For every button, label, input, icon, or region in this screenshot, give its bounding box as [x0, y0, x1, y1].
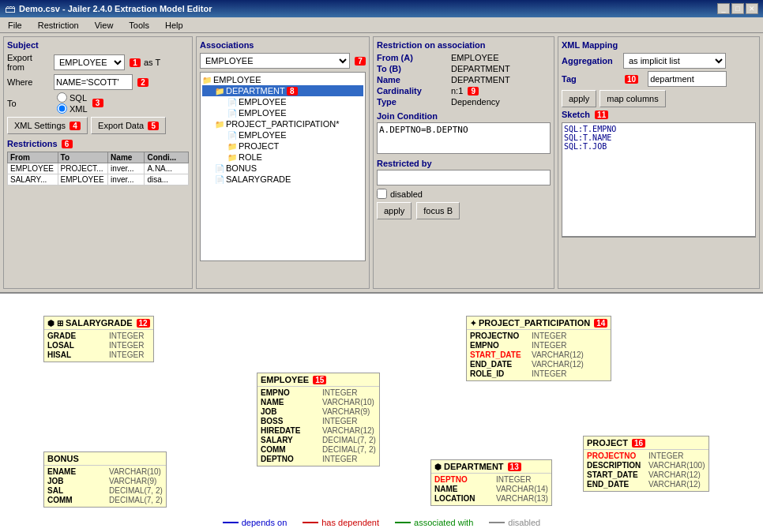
menu-file[interactable]: File [3, 19, 27, 32]
minimize-button[interactable]: _ [717, 3, 730, 14]
tree-node-icon: 📄 [227, 131, 237, 140]
join-condition-input[interactable]: A.DEPTNO=B.DEPTNO [377, 122, 551, 154]
xml-settings-button[interactable]: XML Settings 4 [7, 117, 88, 134]
table-column-row: JOBVARCHAR(9) [261, 407, 376, 417]
map-columns-button[interactable]: map columns [600, 90, 665, 107]
column-type: DECIMAL(7, 2) [109, 486, 163, 495]
column-type: INTEGER [532, 341, 566, 350]
xml-radio[interactable] [57, 103, 67, 114]
main-area: Subject Export from EMPLOYEE 1 as T Wher… [0, 33, 763, 532]
tree-item[interactable]: 📄EMPLOYEE [202, 129, 363, 140]
join-condition-label: Join Condition [377, 111, 551, 121]
badge-12: 12 [137, 319, 150, 328]
column-name: SALARY [261, 436, 316, 444]
column-type: VARCHAR(12) [322, 426, 374, 435]
menu-help[interactable]: Help [160, 19, 188, 32]
table-row[interactable]: EMPLOYEEPROJECT...inver...A.NA... [8, 163, 189, 174]
table-salarygrade[interactable]: ⬢⊞SALARYGRADE12GRADEINTEGERLOSALINTEGERH… [43, 316, 154, 362]
tree-item[interactable]: 📁ROLE [202, 152, 363, 163]
focus-b-button[interactable]: focus B [416, 202, 460, 219]
canvas-area[interactable]: ⬢⊞SALARYGRADE12GRADEINTEGERLOSALINTEGERH… [0, 294, 763, 532]
column-name: START_DATE [470, 350, 525, 359]
sql-radio[interactable] [57, 92, 67, 103]
menu-tools[interactable]: Tools [124, 19, 154, 32]
restricted-by-input[interactable] [377, 170, 551, 185]
badge-10: 10 [625, 75, 638, 84]
xml-apply-button[interactable]: apply [562, 90, 596, 107]
xml-sketch: SQL:T.EMPNO SQL:T.NAME SQL:T.JOB [562, 122, 756, 237]
table-cell: EMPLOYEE [8, 163, 58, 174]
name-label: Name [377, 75, 448, 84]
table-bonus[interactable]: BONUSENAMEVARCHAR(10)JOBVARCHAR(9)SALDEC… [43, 451, 167, 508]
tree-node-icon: 📁 [227, 153, 237, 162]
table-cell: inver... [108, 174, 145, 185]
table-cell: SALARY... [8, 174, 58, 185]
type-value: Dependency [451, 97, 500, 107]
xml-label: XML [70, 104, 88, 114]
tag-input[interactable] [648, 71, 727, 87]
table-header-icon: ⬢ [47, 319, 54, 328]
close-button[interactable]: ✕ [746, 3, 758, 14]
col-from: From [8, 152, 58, 163]
assoc-select[interactable]: EMPLOYEE [200, 53, 350, 69]
badge-9: 9 [468, 87, 479, 96]
table-cell: A.NA... [145, 163, 189, 174]
column-name: NAME [261, 398, 316, 406]
column-type: VARCHAR(10) [109, 467, 161, 476]
tree-item[interactable]: 📄EMPLOYEE [202, 96, 363, 107]
menu-view[interactable]: View [90, 19, 118, 32]
table-project_participation[interactable]: ✦PROJECT_PARTICIPATION14PROJECTNOINTEGER… [466, 316, 611, 381]
column-name: EMPNO [261, 388, 316, 397]
tree-item[interactable]: 📁PROJECT [202, 140, 363, 152]
table-column-row: HISALINTEGER [47, 350, 150, 360]
tree-node-icon: 📄 [215, 175, 224, 184]
legend-associated-with: associated with [395, 518, 473, 527]
table-project[interactable]: PROJECT16PROJECTNOINTEGERDESCRIPTIONVARC… [583, 436, 709, 492]
col-to: To [58, 152, 108, 163]
column-name: ENAME [47, 467, 103, 476]
table-column-row: GRADEINTEGER [47, 332, 150, 341]
tree-item[interactable]: 📄EMPLOYEE [202, 107, 363, 118]
table-row[interactable]: SALARY...EMPLOYEEinver...disa... [8, 174, 189, 185]
tree-item[interactable]: 📄BONUS [202, 163, 363, 174]
table-column-row: LOCATIONVARCHAR(13) [434, 494, 548, 504]
to-radio-group: SQL XML [57, 92, 88, 114]
aggregation-select[interactable]: as implicit list [623, 53, 726, 69]
table-department[interactable]: ⬢DEPARTMENT13DEPTNOINTEGERNAMEVARCHAR(14… [430, 459, 552, 506]
tree-container[interactable]: 📁EMPLOYEE📁DEPARTMENT8📄EMPLOYEE📄EMPLOYEE📁… [200, 72, 366, 261]
table-header-project_participation: ✦PROJECT_PARTICIPATION14 [467, 317, 611, 330]
column-name: JOB [47, 477, 103, 485]
column-name: NAME [434, 485, 490, 493]
to-label: To [7, 99, 51, 108]
menu-restriction[interactable]: Restriction [33, 19, 84, 32]
tree-item[interactable]: 📄SALARYGRADE [202, 174, 363, 185]
table-employee[interactable]: EMPLOYEE15EMPNOINTEGERNAMEVARCHAR(10)JOB… [257, 373, 380, 466]
badge-6: 6 [62, 140, 73, 148]
apply-button[interactable]: apply [377, 202, 412, 219]
disabled-label: disabled [390, 189, 423, 199]
export-data-button[interactable]: Export Data 5 [91, 117, 166, 134]
disabled-checkbox[interactable] [377, 189, 387, 199]
column-name: END_DATE [587, 480, 642, 489]
column-type: VARCHAR(13) [496, 494, 548, 503]
export-from-select[interactable]: EMPLOYEE [54, 54, 125, 70]
tree-item[interactable]: 📁PROJECT_PARTICIPATION* [202, 118, 363, 129]
tree-item[interactable]: 📁EMPLOYEE [202, 74, 363, 85]
column-name: SAL [47, 486, 103, 495]
legend-has-dependent-label: has dependent [321, 518, 379, 527]
column-type: INTEGER [532, 369, 566, 378]
maximize-button[interactable]: □ [731, 3, 744, 14]
table-column-row: START_DATEVARCHAR(12) [470, 350, 607, 360]
column-type: VARCHAR(12) [532, 350, 584, 359]
tree-item[interactable]: 📁DEPARTMENT8 [202, 85, 363, 96]
where-input[interactable] [54, 74, 133, 90]
table-name: BONUS [47, 454, 79, 463]
badge-5: 5 [148, 122, 159, 130]
table-name: PROJECT_PARTICIPATION [479, 318, 590, 328]
column-type: INTEGER [109, 350, 144, 359]
cardinality-value: n:1 [451, 86, 463, 96]
column-type: DECIMAL(7, 2) [322, 445, 376, 454]
xml-scrollbar-h[interactable] [562, 237, 756, 249]
table-column-row: SALARYDECIMAL(7, 2) [261, 436, 376, 445]
table-body-project_participation: PROJECTNOINTEGEREMPNOINTEGERSTART_DATEVA… [467, 330, 611, 380]
